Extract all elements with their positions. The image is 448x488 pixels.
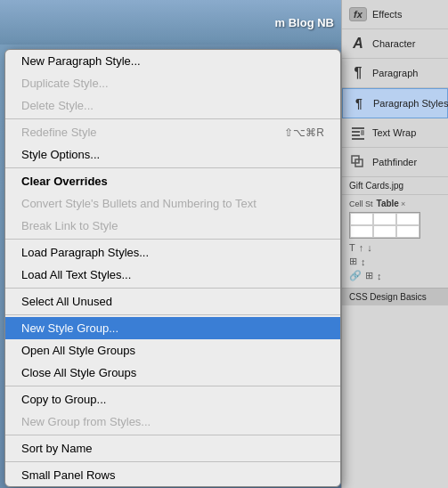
table-grid bbox=[349, 212, 420, 239]
text-wrap-icon bbox=[349, 124, 367, 142]
table-cell bbox=[350, 213, 373, 225]
table-cell bbox=[373, 213, 396, 225]
panel-item-pathfinder[interactable]: Pathfinder bbox=[342, 148, 448, 177]
design-basics-label: CSS Design Basics bbox=[342, 288, 448, 305]
top-bar: m Blog NB bbox=[0, 0, 341, 45]
panel-item-paragraph-styles[interactable]: ¶ Paragraph Styles bbox=[342, 88, 448, 118]
separator-8 bbox=[5, 461, 340, 462]
pathfinder-icon bbox=[349, 153, 367, 171]
menu-item-small-panel-rows[interactable]: Small Panel Rows bbox=[5, 464, 340, 486]
table-cell bbox=[396, 213, 419, 225]
menu-item-sort-by-name[interactable]: Sort by Name bbox=[5, 437, 340, 460]
separator-2 bbox=[5, 167, 340, 168]
menu-item-new-style-group[interactable]: New Style Group... bbox=[5, 317, 340, 339]
paragraph-icon: ¶ bbox=[349, 64, 367, 82]
menu-item-style-options[interactable]: Style Options... bbox=[5, 143, 340, 166]
menu-item-open-all-style-groups[interactable]: Open All Style Groups bbox=[5, 339, 340, 362]
separator-6 bbox=[5, 386, 340, 386]
menu-item-load-paragraph-styles[interactable]: Load Paragraph Styles... bbox=[5, 241, 340, 264]
table-icon-row-3: 🔗 ⊞ ↕ bbox=[349, 270, 441, 281]
top-bar-text: m Blog NB bbox=[275, 16, 334, 29]
menu-item-duplicate-style: Duplicate Style... bbox=[5, 72, 340, 94]
table-close[interactable]: × bbox=[401, 199, 405, 208]
menu-item-convert-bullets: Convert Style's Bullets and Numbering to… bbox=[5, 192, 340, 215]
fx-icon: fx bbox=[349, 5, 367, 23]
menu-item-new-paragraph-style[interactable]: New Paragraph Style... bbox=[5, 50, 340, 72]
menu-item-clear-overrides[interactable]: Clear Overrides bbox=[5, 170, 340, 192]
svg-rect-2 bbox=[352, 134, 360, 136]
paragraph-styles-icon: ¶ bbox=[350, 94, 368, 112]
right-panel: fx Effects A Character ¶ Paragraph ¶ Par… bbox=[341, 0, 448, 488]
panel-item-effects[interactable]: fx Effects bbox=[342, 0, 448, 29]
table-icon-row-1: T ↑ ↓ bbox=[349, 242, 441, 253]
context-menu: New Paragraph Style... Duplicate Style..… bbox=[4, 49, 341, 487]
separator-1 bbox=[5, 118, 340, 119]
panel-item-text-wrap[interactable]: Text Wrap bbox=[342, 118, 448, 148]
svg-rect-3 bbox=[352, 138, 364, 140]
panel-item-character[interactable]: A Character bbox=[342, 29, 448, 59]
table-cell bbox=[373, 225, 396, 238]
table-cell bbox=[396, 225, 419, 238]
svg-rect-0 bbox=[352, 127, 364, 129]
table-icon-row-2: ⊞ ↕ bbox=[349, 256, 441, 267]
separator-4 bbox=[5, 288, 340, 289]
separator-3 bbox=[5, 239, 340, 240]
menu-item-close-all-style-groups[interactable]: Close All Style Groups bbox=[5, 362, 340, 384]
menu-item-break-link: Break Link to Style bbox=[5, 215, 340, 237]
table-cell bbox=[350, 225, 373, 238]
table-header: Cell St Table × bbox=[349, 199, 441, 208]
separator-7 bbox=[5, 435, 340, 435]
menu-item-new-group-from-styles: New Group from Styles... bbox=[5, 411, 340, 433]
svg-rect-4 bbox=[361, 130, 364, 135]
menu-item-copy-to-group[interactable]: Copy to Group... bbox=[5, 388, 340, 411]
panel-item-paragraph[interactable]: ¶ Paragraph bbox=[342, 59, 448, 88]
separator-5 bbox=[5, 314, 340, 315]
menu-item-load-all-text-styles[interactable]: Load All Text Styles... bbox=[5, 264, 340, 286]
menu-item-select-all-unused[interactable]: Select All Unused bbox=[5, 290, 340, 313]
menu-item-redefine-style: Redefine Style ⇧⌥⌘R bbox=[5, 121, 340, 143]
image-label: Gift Cards.jpg bbox=[342, 177, 448, 195]
table-area: Cell St Table × T ↑ ↓ ⊞ ↕ 🔗 ⊞ ↕ bbox=[342, 195, 448, 288]
svg-rect-1 bbox=[352, 131, 360, 133]
menu-item-delete-style: Delete Style... bbox=[5, 94, 340, 117]
character-icon: A bbox=[349, 35, 367, 53]
